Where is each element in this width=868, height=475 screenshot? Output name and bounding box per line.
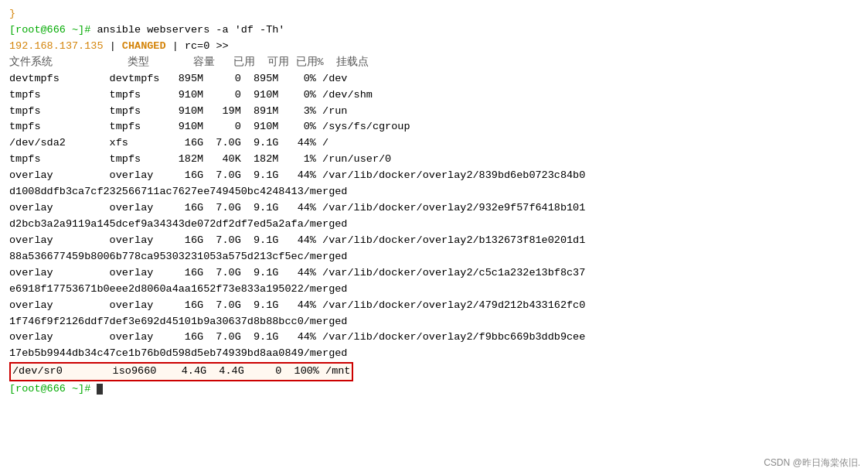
sep1: | (104, 40, 122, 52)
line-prompt-end: [root@666 ~]# (9, 381, 859, 398)
line-tmpfs-shm: tmpfs tmpfs 910M 0 910M 0% /dev/shm (9, 87, 859, 104)
line-overlay2a: overlay overlay 16G 7.0G 9.1G 44% /var/l… (9, 200, 859, 217)
watermark: CSDN @昨日海棠依旧. (764, 456, 860, 470)
line-overlay1b: d1008ddfb3ca7cf232566711ac7627ee749450bc… (9, 184, 859, 200)
line-overlay6b: 17eb5b9944db34c47ce1b76b0d598d5eb74939bd… (9, 346, 859, 362)
sep2: | (166, 40, 185, 52)
prompt-end: [root@666 ~]# (9, 383, 97, 395)
line-overlay4b: e6918f17753671b0eee2d8060a4aa1652f73e833… (9, 282, 859, 298)
rc: rc=0 >> (185, 40, 229, 52)
line-overlay5b: 1f746f9f2126ddf7def3e692d45101b9a30637d8… (9, 314, 859, 330)
line-tmpfs-cgroup: tmpfs tmpfs 910M 0 910M 0% /sys/fs/cgrou… (9, 119, 859, 135)
command: ansible webservers -a 'df -Th' (97, 24, 284, 36)
prompt: [root@666 ~]# (9, 24, 97, 36)
line-overlay3b: 88a536677459b8006b778ca95303231053a575d2… (9, 249, 859, 265)
line-overlay1a: overlay overlay 16G 7.0G 9.1G 44% /var/l… (9, 168, 859, 184)
changed-badge: CHANGED (122, 40, 166, 52)
line-overlay4a: overlay overlay 16G 7.0G 9.1G 44% /var/l… (9, 265, 859, 282)
line-col-header: 文件系统 类型 容量 已用 可用 已用% 挂载点 (9, 55, 859, 71)
ip: 192.168.137.135 (9, 40, 104, 52)
line-tmpfs-user: tmpfs tmpfs 182M 40K 182M 1% /run/user/0 (9, 152, 859, 168)
line-overlay5a: overlay overlay 16G 7.0G 9.1G 44% /var/l… (9, 298, 859, 314)
line-tmpfs-run: tmpfs tmpfs 910M 19M 891M 3% /run (9, 104, 859, 120)
line-overlay2b: d2bcb3a2a9119a145dcef9a34343de072df2df7e… (9, 217, 859, 233)
terminal: } [root@666 ~]# ansible webservers -a 'd… (0, 0, 868, 475)
line-sda2: /dev/sda2 xfs 16G 7.0G 9.1G 44% / (9, 135, 859, 152)
line-status: 192.168.137.135 | CHANGED | rc=0 >> (9, 39, 859, 55)
highlighted-row: /dev/sr0 iso9660 4.4G 4.4G 0 100% /mnt (9, 362, 353, 381)
line-closing-brace: } (9, 6, 859, 22)
line-sr0-highlighted: /dev/sr0 iso9660 4.4G 4.4G 0 100% /mnt (9, 362, 859, 381)
line-prompt-cmd: [root@666 ~]# ansible webservers -a 'df … (9, 22, 859, 39)
line-overlay6a: overlay overlay 16G 7.0G 9.1G 44% /var/l… (9, 330, 859, 346)
line-devtmpfs-dev: devtmpfs devtmpfs 895M 0 895M 0% /dev (9, 71, 859, 87)
line-overlay3a: overlay overlay 16G 7.0G 9.1G 44% /var/l… (9, 233, 859, 249)
cursor (97, 384, 103, 395)
